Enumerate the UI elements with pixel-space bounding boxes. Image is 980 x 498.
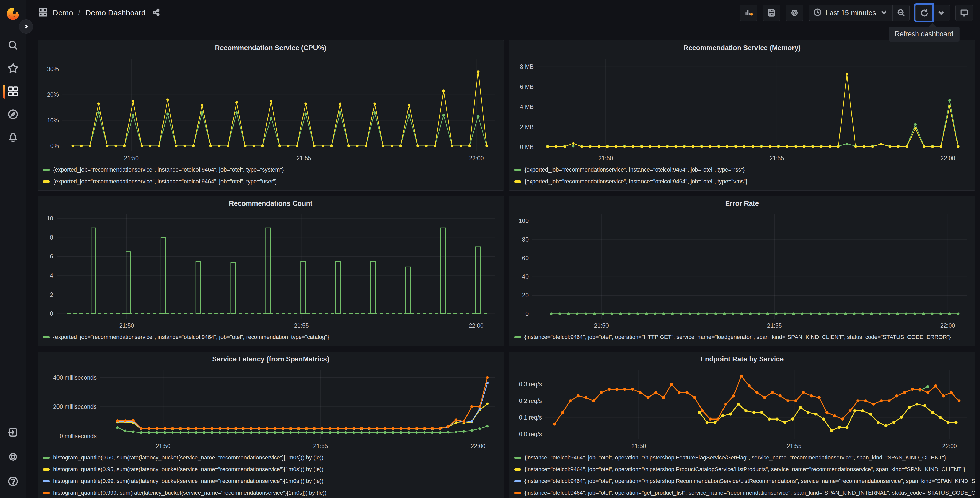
- legend-swatch: [43, 456, 49, 459]
- legend-item[interactable]: {exported_job="recommendationservice", i…: [514, 176, 975, 187]
- endpoint-rate-chart[interactable]: 0.0 req/s0.1 req/s0.2 req/s0.3 req/s21:5…: [513, 367, 971, 451]
- memory-chart[interactable]: 0 MB2 MB4 MB6 MB8 MB21:5021:5522:00: [513, 55, 971, 163]
- legend-item[interactable]: {instance="otelcol:9464", job="otel", op…: [514, 475, 975, 487]
- legend-item[interactable]: {exported_job="recommendationservice", i…: [43, 164, 504, 176]
- legend-label: {instance="otelcol:9464", job="otel", op…: [525, 454, 946, 461]
- recommendations-count-chart[interactable]: 024681021:5021:5522:00: [41, 211, 500, 331]
- svg-text:0 milliseconds: 0 milliseconds: [60, 433, 97, 439]
- time-controls: Last 15 minutes: [809, 5, 910, 21]
- breadcrumb-section[interactable]: Demo: [52, 8, 73, 17]
- legend-swatch: [514, 169, 521, 171]
- tv-mode-button[interactable]: [956, 5, 973, 21]
- svg-text:30%: 30%: [47, 66, 59, 72]
- search-icon: [7, 40, 19, 52]
- svg-text:4: 4: [50, 272, 53, 279]
- service-latency-chart[interactable]: 0 milliseconds200 milliseconds400 millis…: [41, 367, 500, 451]
- sign-in-icon: [7, 427, 19, 439]
- share-dashboard-icon[interactable]: [151, 8, 160, 17]
- panel-endpoint-rate: Endpoint Rate by Service 0.0 req/s0.1 re…: [509, 351, 975, 498]
- chevron-down-icon: [880, 8, 888, 18]
- svg-text:2: 2: [50, 291, 53, 298]
- sidebar-expand-button[interactable]: [19, 19, 33, 34]
- legend-item[interactable]: histogram_quantile(0.999, sum(rate(laten…: [43, 487, 504, 498]
- legend-swatch: [43, 468, 49, 471]
- legend-item[interactable]: histogram_quantile(0.99, sum(rate(latenc…: [43, 475, 504, 487]
- svg-text:21:50: 21:50: [631, 443, 646, 449]
- legend-label: {exported_job="recommendationservice", i…: [53, 166, 284, 173]
- svg-text:22:00: 22:00: [940, 322, 955, 329]
- dashboard-toolbar: Last 15 minutes Refresh dashboard: [740, 5, 973, 21]
- legend-item[interactable]: {instance="otelcol:9464", job="otel", op…: [514, 331, 975, 343]
- sidebar-item-search[interactable]: [0, 40, 26, 52]
- cpu-chart[interactable]: 0%10%20%30%21:5021:5522:00: [41, 55, 500, 163]
- sidebar-item-explore[interactable]: [0, 109, 26, 121]
- svg-text:2 MB: 2 MB: [520, 124, 534, 130]
- dashboard-grid-icon: [38, 8, 48, 18]
- legend-item[interactable]: {instance="otelcol:9464", job="otel", op…: [514, 452, 975, 463]
- add-panel-button[interactable]: [740, 5, 757, 21]
- memory-legend: {exported_job="recommendationservice", i…: [509, 163, 975, 190]
- panel-recommendations-count: Recommendations Count 024681021:5021:552…: [38, 196, 504, 346]
- save-dashboard-button[interactable]: [763, 5, 780, 21]
- svg-text:400 milliseconds: 400 milliseconds: [53, 374, 97, 381]
- panel-header[interactable]: Recommendation Service (CPU%): [38, 40, 504, 55]
- svg-text:6 MB: 6 MB: [520, 84, 534, 90]
- panel-header[interactable]: Service Latency (from SpanMetrics): [38, 352, 504, 367]
- legend-swatch: [514, 468, 521, 471]
- svg-text:21:55: 21:55: [297, 155, 312, 161]
- sidebar-item-help[interactable]: [0, 476, 26, 488]
- refresh-dashboard-button[interactable]: [915, 5, 932, 21]
- svg-text:20%: 20%: [47, 91, 59, 98]
- legend-swatch: [43, 336, 49, 338]
- sidebar: [0, 0, 26, 498]
- legend-item[interactable]: histogram_quantile(0.50, sum(rate(latenc…: [43, 452, 504, 463]
- legend-item[interactable]: {exported_job="recommendationservice", i…: [514, 164, 975, 176]
- svg-text:100: 100: [519, 217, 528, 224]
- svg-text:21:50: 21:50: [594, 322, 609, 329]
- help-icon: [7, 476, 19, 488]
- legend-label: histogram_quantile(0.99, sum(rate(latenc…: [53, 478, 323, 484]
- svg-text:0.1 req/s: 0.1 req/s: [519, 414, 542, 421]
- panel-title: Recommendations Count: [229, 200, 312, 208]
- svg-text:21:55: 21:55: [770, 155, 784, 161]
- panel-title: Recommendation Service (CPU%): [215, 44, 326, 52]
- legend-item[interactable]: {exported_job="recommendationservice", i…: [43, 176, 504, 187]
- legend-swatch: [43, 180, 49, 183]
- svg-text:20: 20: [522, 292, 528, 298]
- sidebar-item-starred[interactable]: [0, 63, 26, 75]
- error-rate-chart[interactable]: 02040608010021:5021:5522:00: [513, 211, 971, 331]
- sidebar-item-dashboards[interactable]: [0, 86, 26, 97]
- svg-text:0.2 req/s: 0.2 req/s: [519, 397, 542, 404]
- svg-text:0.0 req/s: 0.0 req/s: [519, 431, 542, 437]
- star-icon: [7, 63, 19, 75]
- gear-icon: [7, 451, 19, 463]
- panel-header[interactable]: Endpoint Rate by Service: [509, 352, 975, 367]
- dashboard-settings-button[interactable]: [786, 5, 803, 21]
- grafana-logo[interactable]: [6, 6, 21, 21]
- legend-item[interactable]: {exported_job="recommendationservice", i…: [43, 331, 504, 343]
- legend-item[interactable]: {instance="otelcol:9464", job="otel", op…: [514, 463, 975, 475]
- panel-header[interactable]: Recommendation Service (Memory): [509, 40, 975, 55]
- refresh-controls: Refresh dashboard: [915, 5, 950, 21]
- time-range-picker[interactable]: Last 15 minutes: [809, 5, 892, 21]
- sidebar-item-configuration[interactable]: [0, 452, 26, 463]
- sidebar-item-sign-in[interactable]: [0, 427, 26, 439]
- panel-service-latency: Service Latency (from SpanMetrics) 0 mil…: [38, 351, 504, 498]
- svg-text:0%: 0%: [50, 143, 59, 149]
- refresh-interval-dropdown[interactable]: [932, 5, 950, 21]
- legend-label: {exported_job="recommendationservice", i…: [53, 178, 277, 185]
- panel-header[interactable]: Error Rate: [509, 196, 975, 211]
- breadcrumb-separator: /: [78, 8, 80, 17]
- legend-item[interactable]: {instance="otelcol:9464", job="otel", op…: [514, 487, 975, 498]
- svg-text:22:00: 22:00: [941, 155, 956, 161]
- legend-label: histogram_quantile(0.95, sum(rate(latenc…: [53, 466, 323, 473]
- top-navbar: Demo / Demo Dashboard Last 15 min: [26, 0, 980, 26]
- sidebar-item-alerting[interactable]: [0, 132, 26, 144]
- svg-text:22:00: 22:00: [942, 443, 957, 449]
- cpu-legend: {exported_job="recommendationservice", i…: [38, 163, 504, 190]
- legend-label: {instance="otelcol:9464", job="otel", op…: [525, 466, 966, 473]
- legend-item[interactable]: histogram_quantile(0.95, sum(rate(latenc…: [43, 463, 504, 475]
- panel-header[interactable]: Recommendations Count: [38, 196, 504, 211]
- legend-swatch: [43, 492, 49, 494]
- zoom-out-time-button[interactable]: [892, 5, 910, 21]
